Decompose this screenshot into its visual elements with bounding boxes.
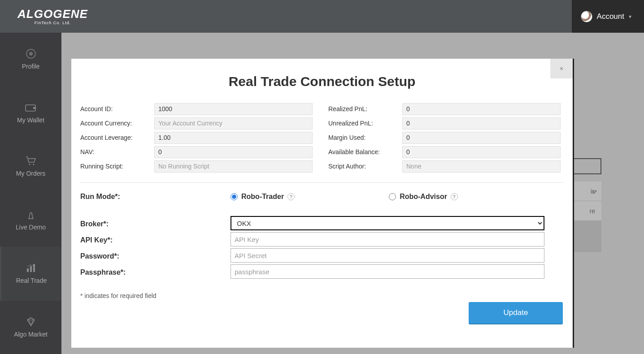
close-button[interactable]: × (550, 59, 573, 78)
passphrase-label: Passphrase*: (80, 267, 231, 276)
password-input[interactable] (231, 248, 544, 263)
logo[interactable]: ALGOGENE FinTech Co. Ltd. (0, 0, 105, 33)
help-icon[interactable]: ? (287, 193, 295, 200)
api-key-label: API Key*: (80, 234, 231, 244)
logo-sub: FinTech Co. Ltd. (35, 21, 71, 25)
topbar: ALGOGENE FinTech Co. Ltd. Account ▾ (0, 0, 644, 33)
modal-title: Real Trade Connection Setup (71, 74, 573, 89)
account-leverage-label: Account Leverage: (80, 134, 154, 141)
required-note: * indicates for required field (80, 292, 564, 299)
unrealized-pnl-input[interactable] (402, 117, 561, 130)
account-label: Account (597, 12, 624, 21)
realized-pnl-label: Realized PnL: (328, 105, 402, 112)
divider (80, 182, 564, 183)
account-currency-input[interactable] (154, 117, 313, 130)
api-key-input[interactable] (231, 232, 544, 246)
close-icon: × (560, 65, 563, 72)
broker-select[interactable]: OKX (231, 216, 544, 230)
script-author-input[interactable] (402, 160, 561, 173)
margin-used-label: Margin Used: (328, 134, 402, 141)
account-currency-label: Account Currency: (80, 120, 154, 127)
modal-overlay: × Real Trade Connection Setup Account ID… (0, 33, 644, 354)
password-label: Password*: (80, 250, 231, 260)
account-menu[interactable]: Account ▾ (572, 0, 644, 33)
account-info-grid: Account ID: Account Currency: Account Le… (80, 103, 564, 174)
logo-main: ALGOGENE (17, 8, 88, 20)
help-icon[interactable]: ? (451, 193, 458, 200)
account-id-input[interactable] (154, 103, 313, 115)
broker-label: Broker*: (80, 218, 231, 228)
avatar (581, 11, 592, 22)
unrealized-pnl-label: Unrealized PnL: (328, 120, 402, 127)
nav-input[interactable] (154, 146, 313, 158)
nav-label: NAV: (80, 148, 154, 155)
update-button[interactable]: Update (469, 302, 563, 324)
running-script-label: Running Script: (80, 163, 154, 170)
account-id-label: Account ID: (80, 105, 154, 112)
passphrase-input[interactable] (231, 264, 544, 279)
robo-advisor-radio[interactable]: Robo-Advisor ? (389, 193, 458, 201)
running-script-input[interactable] (154, 160, 313, 173)
available-balance-label: Available Balance: (328, 148, 402, 155)
connection-setup-modal: × Real Trade Connection Setup Account ID… (71, 59, 573, 348)
script-author-label: Script Author: (328, 163, 402, 170)
realized-pnl-input[interactable] (402, 103, 561, 115)
robo-trader-radio[interactable]: Robo-Trader ? (231, 193, 295, 201)
chevron-down-icon: ▾ (629, 13, 631, 20)
available-balance-input[interactable] (402, 146, 561, 158)
account-leverage-input[interactable] (154, 132, 313, 144)
margin-used-input[interactable] (402, 132, 561, 144)
run-mode-label: Run Mode*: (80, 193, 231, 201)
